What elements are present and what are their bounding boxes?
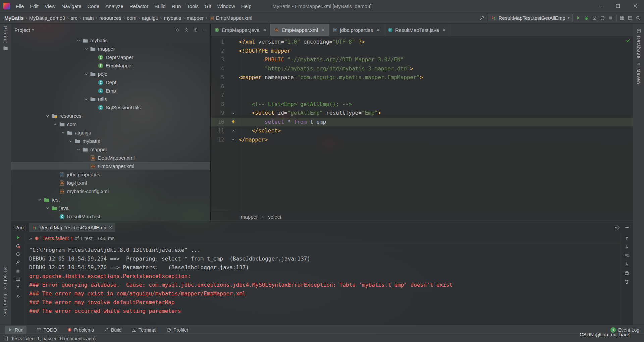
chevron-down-icon[interactable] — [44, 206, 51, 211]
menu-refactor[interactable]: Refactor — [126, 2, 152, 10]
breadcrumb-item[interactable]: mapper — [185, 15, 205, 21]
folder-icon[interactable] — [3, 46, 8, 51]
wrench-icon[interactable] — [15, 260, 20, 265]
toolbar-tab-problems[interactable]: Problems — [67, 327, 94, 333]
run-icon[interactable] — [576, 15, 581, 20]
monitor-icon[interactable] — [15, 277, 20, 282]
toolwindow-toggle-icon[interactable] — [3, 336, 8, 341]
chevron-down-icon[interactable] — [52, 122, 59, 127]
up-icon[interactable] — [624, 236, 629, 241]
stop-icon[interactable] — [608, 15, 613, 20]
breadcrumb-item[interactable]: MyBatis_demo3 — [28, 15, 66, 21]
code-line-4[interactable]: 4 "http://mybatis.org/dtd/mybatis-3-mapp… — [211, 64, 633, 73]
menu-tools[interactable]: Tools — [184, 2, 202, 10]
menu-analyze[interactable]: Analyze — [102, 2, 126, 10]
editor-breadcrumb-item[interactable]: select — [268, 214, 281, 220]
maven-icon[interactable]: m — [636, 61, 641, 66]
breadcrumb-item[interactable]: main — [82, 15, 95, 21]
intention-bulb-icon[interactable] — [227, 118, 239, 127]
breadcrumb-item[interactable]: MyBatis — [3, 15, 25, 21]
code-line-1[interactable]: 1<?xml version="1.0" encoding="UTF-8" ?> — [211, 38, 633, 47]
tree-item-test[interactable]: test — [11, 195, 210, 204]
fold-down-icon[interactable] — [227, 109, 239, 118]
minimize-button[interactable] — [592, 0, 609, 12]
search-icon[interactable] — [636, 15, 641, 20]
gear-icon[interactable] — [615, 225, 620, 230]
maximize-button[interactable] — [609, 0, 627, 12]
editor-tab-resultmaptest-java[interactable]: CResultMapTest.java✕ — [384, 24, 450, 36]
code-line-5[interactable]: 5<mapper namespace="com.atguigu.mybatis.… — [211, 73, 633, 82]
coverage-icon[interactable] — [592, 15, 597, 20]
close-icon[interactable]: ✕ — [321, 27, 325, 33]
tree-item-mybatis[interactable]: mybatis — [11, 137, 210, 145]
fold-up-icon[interactable] — [227, 135, 239, 145]
menu-navigate[interactable]: Navigate — [58, 2, 84, 10]
tree-item-mapper[interactable]: mapper — [11, 145, 210, 154]
code-line-12[interactable]: 12</mapper> — [211, 135, 633, 145]
menu-git[interactable]: Git — [202, 2, 214, 10]
close-icon[interactable]: ✕ — [376, 27, 380, 33]
tree-item-com[interactable]: com — [11, 120, 210, 128]
softwrap-icon[interactable] — [624, 253, 629, 258]
hide-icon[interactable] — [202, 27, 207, 33]
toolbar-tab-terminal[interactable]: Terminal — [131, 327, 156, 333]
close-icon[interactable]: ✕ — [263, 27, 267, 33]
menu-code[interactable]: Code — [84, 2, 102, 10]
tree-item-mybatis[interactable]: mybatis — [11, 36, 210, 45]
tree-item-pojo[interactable]: pojo — [11, 70, 210, 78]
run-configuration-select[interactable]: ResultMapTest.testGetAllEmp▾ — [488, 14, 573, 22]
menu-build[interactable]: Build — [151, 2, 168, 10]
tool-button-maven[interactable]: Maven — [636, 66, 641, 87]
chevrons-icon[interactable]: » — [29, 235, 31, 241]
close-icon[interactable]: ✕ — [442, 27, 446, 33]
tree-item-empmapper-xml[interactable]: <>EmpMapper.xml — [11, 162, 210, 170]
menu-run[interactable]: Run — [169, 2, 184, 10]
down-icon[interactable] — [624, 244, 629, 249]
code-line-9[interactable]: 9 <select id="getAllEmp" resultType="Emp… — [211, 109, 633, 118]
menu-window[interactable]: Window — [214, 2, 238, 10]
window-icon[interactable] — [628, 15, 633, 20]
fold-up-icon[interactable] — [227, 126, 239, 135]
inspections-ok-icon[interactable] — [626, 38, 631, 43]
chevron-down-icon[interactable] — [75, 38, 82, 43]
editor-tab-empmapper-java[interactable]: IEmpMapper.java✕ — [211, 24, 270, 36]
editor-breadcrumb-item[interactable]: mapper — [241, 214, 258, 220]
code-line-11[interactable]: 11 </select> — [211, 126, 633, 135]
code-line-3[interactable]: 3 PUBLIC "-//mybatis.org//DTD Mapper 3.0… — [211, 55, 633, 64]
tree-item-deptmapper[interactable]: IDeptMapper — [11, 53, 210, 61]
tree-item-java[interactable]: java — [11, 204, 210, 212]
editor-tab-jdbc-properties[interactable]: jdbc.properties✕ — [329, 24, 384, 36]
tree-item-deptmapper-xml[interactable]: <>DeptMapper.xml — [11, 154, 210, 162]
hammer-icon[interactable] — [480, 15, 485, 20]
menu-file[interactable]: File — [13, 2, 27, 10]
chevron-down-icon[interactable] — [75, 147, 82, 152]
chevron-down-icon[interactable] — [83, 97, 90, 102]
toolbar-tab-profiler[interactable]: Profiler — [166, 327, 188, 333]
tree-item-mybatis-config-xml[interactable]: <>mybatis-config.xml — [11, 187, 210, 195]
breadcrumb-file[interactable]: <>EmpMapper.xml — [208, 15, 253, 21]
collapse-icon[interactable] — [184, 27, 189, 33]
breadcrumb-item[interactable]: resources — [98, 15, 122, 21]
code-editor[interactable]: 1<?xml version="1.0" encoding="UTF-8" ?>… — [211, 36, 633, 212]
tree-item-mapper[interactable]: mapper — [11, 45, 210, 53]
tree-item-sqlsessionutils[interactable]: CSqlSessionUtils — [11, 103, 210, 112]
code-line-6[interactable]: 6 — [211, 82, 633, 91]
tree-item-resources[interactable]: resources — [11, 112, 210, 120]
profiler-icon[interactable] — [600, 15, 605, 20]
locate-icon[interactable] — [175, 27, 180, 33]
rerun-icon[interactable] — [15, 235, 20, 240]
code-line-10[interactable]: 10 select * from t_emp — [211, 118, 633, 127]
tree-item-empmapper[interactable]: IEmpMapper — [11, 61, 210, 70]
menu-edit[interactable]: Edit — [27, 2, 42, 10]
refresh-icon[interactable] — [15, 252, 20, 257]
run-tab[interactable]: ResultMapTest.testGetAllEmp ✕ — [29, 223, 115, 232]
project-panel-title[interactable]: Project — [14, 27, 30, 33]
gear-icon[interactable] — [193, 27, 198, 33]
breadcrumb-item[interactable]: mybatis — [163, 15, 182, 21]
tree-item-log4j-xml[interactable]: <>log4j.xml — [11, 179, 210, 187]
tree-item-emp[interactable]: CEmp — [11, 87, 210, 95]
tree-item-dept[interactable]: CDept — [11, 78, 210, 87]
code-line-7[interactable]: 7 — [211, 91, 633, 100]
stop-icon[interactable] — [15, 269, 20, 274]
print-icon[interactable] — [624, 271, 629, 276]
